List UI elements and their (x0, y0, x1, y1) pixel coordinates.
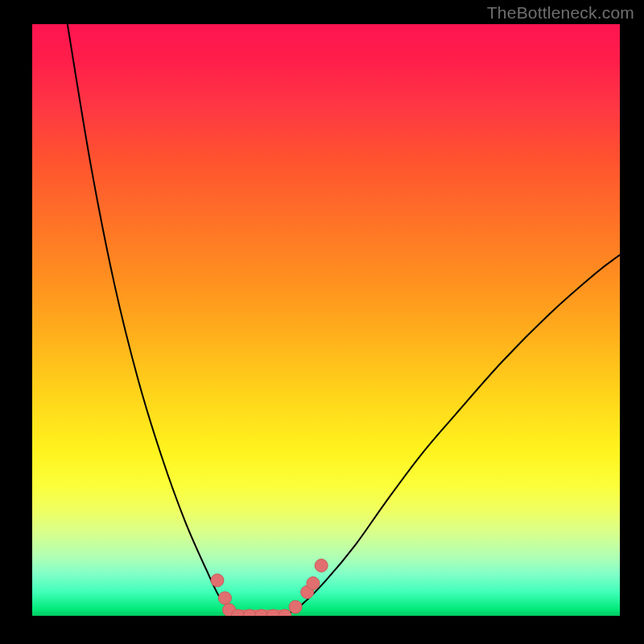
plot-area (32, 24, 620, 616)
marker-point (315, 559, 328, 572)
chart-frame: TheBottleneck.com (0, 0, 644, 644)
curve-bottleneck-curve-left (68, 24, 238, 616)
watermark-text: TheBottleneck.com (487, 3, 634, 23)
marker-point (307, 577, 320, 590)
curve-bottleneck-curve-right (285, 255, 620, 616)
marker-point (289, 601, 302, 613)
bottleneck-curves (68, 24, 620, 616)
marker-point (211, 574, 224, 587)
curve-layer (32, 24, 620, 616)
bottleneck-markers (211, 559, 328, 616)
marker-point (218, 592, 231, 605)
